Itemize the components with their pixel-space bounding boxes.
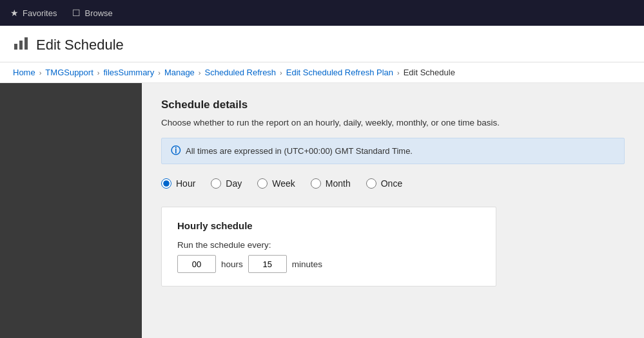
breadcrumb-sep-1: ›	[97, 69, 100, 77]
breadcrumb-edit-scheduled-refresh-plan[interactable]: Edit Scheduled Refresh Plan	[286, 68, 393, 77]
radio-week-label: Week	[272, 178, 295, 189]
chart-icon	[13, 35, 30, 52]
radio-month-label: Month	[326, 178, 351, 189]
radio-hour[interactable]: Hour	[161, 178, 195, 189]
breadcrumb-sep-2: ›	[158, 69, 161, 77]
radio-week-input[interactable]	[257, 178, 268, 189]
radio-hour-label: Hour	[176, 178, 195, 189]
hours-unit: hours	[221, 259, 243, 269]
favorites-nav-item[interactable]: ★ Favorites	[10, 8, 57, 18]
svg-rect-0	[14, 44, 17, 50]
top-navigation: ★ Favorites ☐ Browse	[0, 0, 644, 26]
section-desc: Choose whether to run the report on an h…	[161, 118, 625, 127]
svg-rect-2	[24, 37, 28, 50]
svg-rect-1	[19, 41, 23, 50]
page-icon	[13, 35, 30, 55]
radio-once-input[interactable]	[366, 178, 376, 189]
breadcrumb-tmgsupport[interactable]: TMGSupport	[45, 68, 93, 77]
hourly-title: Hourly schedule	[177, 220, 480, 231]
breadcrumb: Home › TMGSupport › filesSummary › Manag…	[0, 62, 644, 83]
breadcrumb-current: Edit Schedule	[404, 68, 455, 77]
breadcrumb-filessummary[interactable]: filesSummary	[103, 68, 154, 77]
schedule-type-radio-group: Hour Day Week Month Once	[161, 178, 625, 189]
breadcrumb-sep-5: ›	[397, 69, 400, 77]
browse-icon: ☐	[72, 8, 81, 18]
browse-label: Browse	[84, 8, 112, 18]
info-text: All times are expressed in (UTC+00:00) G…	[186, 146, 413, 156]
breadcrumb-scheduled-refresh[interactable]: Scheduled Refresh	[205, 68, 277, 77]
hourly-schedule-section: Hourly schedule Run the schedule every: …	[161, 207, 496, 286]
radio-day-label: Day	[226, 178, 242, 189]
info-box: ⓘ All times are expressed in (UTC+00:00)…	[161, 138, 625, 164]
browse-nav-item[interactable]: ☐ Browse	[72, 8, 112, 18]
page-title: Edit Schedule	[36, 37, 124, 53]
minutes-unit: minutes	[292, 259, 322, 269]
star-icon: ★	[10, 8, 19, 18]
breadcrumb-sep-3: ›	[199, 69, 201, 77]
breadcrumb-home[interactable]: Home	[13, 68, 35, 77]
info-icon: ⓘ	[171, 145, 181, 157]
radio-once-label: Once	[381, 178, 402, 189]
radio-month-input[interactable]	[311, 178, 321, 189]
page-header: Edit Schedule	[0, 26, 644, 62]
sidebar	[0, 83, 142, 338]
breadcrumb-manage[interactable]: Manage	[164, 68, 195, 77]
content-area: Schedule details Choose whether to run t…	[142, 83, 644, 338]
schedule-inputs: hours minutes	[177, 255, 480, 273]
radio-hour-input[interactable]	[161, 178, 171, 189]
run-schedule-label: Run the schedule every:	[177, 240, 480, 250]
radio-once[interactable]: Once	[366, 178, 402, 189]
radio-day-input[interactable]	[211, 178, 221, 189]
section-title: Schedule details	[161, 99, 625, 111]
main-layout: Schedule details Choose whether to run t…	[0, 83, 644, 338]
breadcrumb-sep-0: ›	[39, 69, 42, 77]
radio-day[interactable]: Day	[211, 178, 242, 189]
radio-week[interactable]: Week	[257, 178, 295, 189]
minutes-input[interactable]	[248, 255, 287, 273]
radio-month[interactable]: Month	[311, 178, 351, 189]
favorites-label: Favorites	[23, 8, 57, 18]
hours-input[interactable]	[177, 255, 216, 273]
breadcrumb-sep-4: ›	[280, 69, 282, 77]
